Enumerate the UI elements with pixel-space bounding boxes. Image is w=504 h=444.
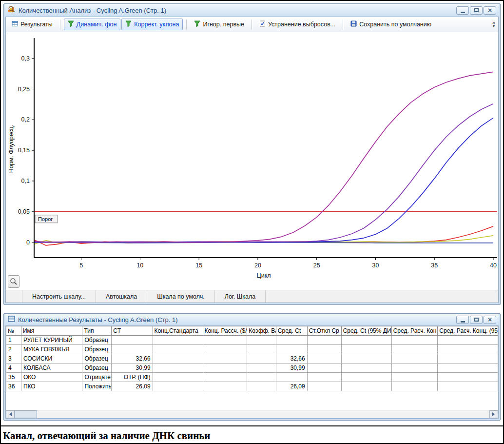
results-button[interactable]: Результаты [8, 19, 57, 30]
table-cell [203, 373, 247, 382]
results-button-label: Результаты [20, 21, 53, 28]
results-close-button[interactable]: × [484, 316, 496, 324]
table-row[interactable]: 1РУЛЕТ КУРИНЫЙОбразец [6, 336, 498, 345]
chart-canvas: 51015202530354000,050,10,150,20,250,3Цик… [6, 32, 498, 290]
table-cell [341, 373, 391, 382]
column-header[interactable]: Сред. Расч. Кон [391, 326, 438, 336]
results-titlebar[interactable]: Количественные Результаты - Cycling A.Gr… [5, 314, 499, 325]
slope-correct-label: Коррект. уклона [134, 21, 179, 28]
table-cell [203, 354, 247, 363]
svg-text:5: 5 [79, 262, 83, 269]
table-row[interactable]: 2МУКА ГОВЯЖЬЯОбразец [6, 345, 498, 354]
table-cell [307, 336, 341, 345]
funnel-icon [68, 20, 74, 28]
table-cell [391, 373, 438, 382]
analysis-close-button[interactable]: × [484, 6, 496, 15]
ignore-first-label: Игнор. первые [203, 21, 244, 28]
table-cell [307, 363, 341, 373]
table-cell [112, 336, 153, 345]
table-cell [112, 345, 153, 354]
table-cell [438, 382, 498, 391]
dynamic-tube-button[interactable]: Динамич. фон [64, 19, 120, 30]
table-cell [276, 336, 307, 345]
adjust-scale-button[interactable]: Настроить шкалу... [22, 290, 96, 303]
svg-text:0,1: 0,1 [21, 178, 30, 184]
column-header[interactable]: Сред. Ct [276, 326, 307, 336]
table-cell: Образец [82, 345, 112, 354]
table-cell: 30,99 [112, 363, 153, 373]
table-cell [341, 345, 391, 354]
svg-text:0,3: 0,3 [21, 55, 30, 62]
default-scale-button[interactable]: Шкала по умолч. [147, 290, 214, 303]
table-cell [153, 336, 203, 345]
save-default-button[interactable]: Сохранить по умолчанию [347, 19, 435, 30]
table-row[interactable]: 3СОСИСКИОбразец32,6632,66 [6, 354, 498, 363]
svg-text:0: 0 [26, 239, 30, 246]
column-header[interactable]: Коэфф. Ва [247, 326, 276, 336]
table-row[interactable]: 36ПКОПоложить26,0926,09 [6, 382, 498, 391]
autoscale-button[interactable]: Автошкала [96, 290, 147, 303]
svg-text:15: 15 [195, 262, 202, 269]
horizontal-scrollbar[interactable] [6, 410, 498, 418]
ignore-first-button[interactable]: Игнор. первые [190, 19, 248, 30]
analysis-toolbar: Результаты Динамич. фон Коррект. уклона [6, 17, 498, 32]
column-header[interactable]: Тип [82, 326, 112, 336]
column-header[interactable]: Сред. Ct (95% ДИ [341, 326, 391, 336]
column-header[interactable]: Ст.Откл Ср [307, 326, 341, 336]
table-cell: Образец [82, 363, 112, 373]
table-grid-icon [12, 20, 18, 28]
analysis-maximize-button[interactable] [470, 6, 483, 15]
toolbar-separator [60, 20, 60, 30]
analysis-window-icon [8, 5, 16, 15]
analysis-titlebar[interactable]: Количественный Анализ - Cycling A.Green … [5, 4, 499, 17]
maximize-icon [474, 8, 479, 12]
column-header[interactable]: Сред. Расч. Конц. (95 [438, 326, 498, 336]
table-cell [153, 345, 203, 354]
series-curve [34, 104, 493, 242]
results-minimize-button[interactable] [456, 316, 469, 324]
log-scale-button[interactable]: Лог. Шкала [215, 290, 266, 303]
results-maximize-button[interactable] [470, 316, 483, 324]
toolbar-separator [343, 20, 343, 30]
screenshot-root: Количественный Анализ - Cycling A.Green … [0, 0, 504, 444]
table-cell: ОТР. (ПФ) [112, 373, 153, 382]
zoom-tool-button[interactable] [8, 275, 19, 288]
slope-correct-button[interactable]: Коррект. уклона [121, 19, 183, 30]
table-cell: Положить [82, 382, 112, 391]
analysis-minimize-button[interactable] [456, 6, 469, 15]
scroll-right-button[interactable] [489, 410, 498, 418]
table-cell: РУЛЕТ КУРИНЫЙ [21, 336, 82, 345]
table-cell: 26,09 [112, 382, 153, 391]
table-cell [307, 345, 341, 354]
table-cell: ПКО [21, 382, 82, 391]
table-cell [247, 382, 276, 391]
table-cell [247, 363, 276, 373]
table-cell [276, 345, 307, 354]
caption-text: Канал, отвечающий за наличие ДНК свиньи [3, 430, 210, 442]
column-header[interactable]: Конц. Рассч. ($/ [203, 326, 247, 336]
column-header[interactable]: Имя [21, 326, 82, 336]
table-cell: Образец [82, 354, 112, 363]
toolbar-overflow-button[interactable]: » ▾ [492, 20, 496, 28]
table-cell [153, 373, 203, 382]
table-row[interactable]: 35ОКООтрицатеОТР. (ПФ) [6, 373, 498, 382]
column-header[interactable]: Конц.Стандарта [153, 326, 203, 336]
table-cell: 35 [6, 373, 21, 382]
column-header[interactable]: № [6, 326, 21, 336]
scrollbar-thumb[interactable] [15, 410, 37, 418]
series-curve [34, 118, 493, 242]
table-cell [307, 354, 341, 363]
table-cell: 32,66 [276, 354, 307, 363]
scrollbar-track[interactable] [15, 410, 489, 418]
column-header[interactable]: CT [112, 326, 153, 336]
analysis-window: Количественный Анализ - Cycling A.Green … [3, 3, 501, 305]
dynamic-tube-label: Динамич. фон [77, 21, 116, 28]
table-row[interactable]: 4КОЛБАСАОбразец30,9930,99 [6, 363, 498, 373]
scroll-left-button[interactable] [6, 410, 15, 418]
outlier-removal-label: Устранение выбросов... [268, 21, 335, 28]
table-cell [438, 336, 498, 345]
table-cell: 26,09 [276, 382, 307, 391]
table-cell [203, 363, 247, 373]
svg-text:0,05: 0,05 [18, 208, 30, 215]
outlier-removal-button[interactable]: Устранение выбросов... [255, 19, 339, 30]
